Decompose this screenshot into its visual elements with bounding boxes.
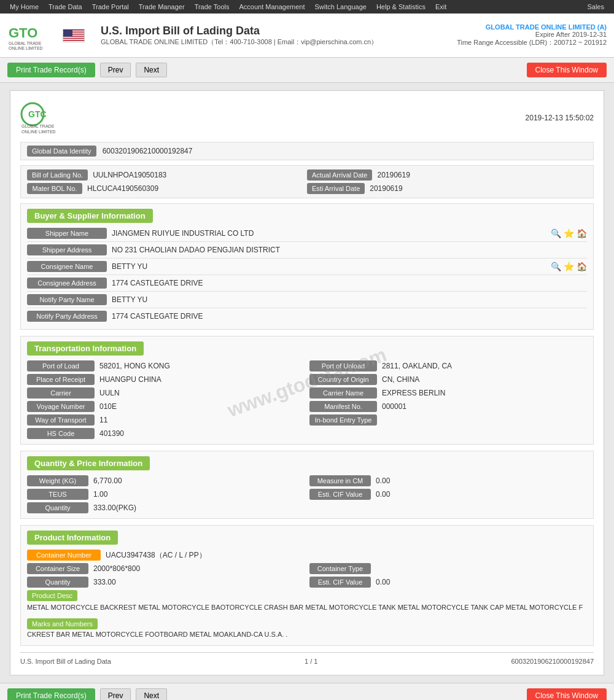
- weight-value: 6,770.00: [93, 476, 122, 485]
- shipper-star-icon[interactable]: ⭐: [564, 228, 574, 238]
- master-bol-value: HLCUCA4190560309: [87, 184, 158, 193]
- header-bar: GTO GLOBAL TRADE ONLINE LIMITED U.S. Imp…: [0, 14, 614, 58]
- shipper-search-icon[interactable]: 🔍: [551, 228, 561, 238]
- bol-no-label: Bill of Lading No.: [27, 169, 88, 181]
- country-origin-value: CN, CHINA: [382, 375, 419, 384]
- master-bol-right: Esti Arrival Date 20190619: [307, 183, 587, 194]
- inbond-row: In-bond Entry Type: [309, 414, 587, 426]
- actual-arrival-value: 20190619: [377, 171, 410, 179]
- nav-help-statistics[interactable]: Help & Statistics: [371, 0, 430, 14]
- nav-sales[interactable]: Sales: [582, 0, 609, 14]
- quantity-label: Quantity: [27, 502, 88, 513]
- next-button-bottom[interactable]: Next: [136, 688, 167, 700]
- svg-rect-8: [63, 39, 85, 40]
- consignee-search-icon[interactable]: 🔍: [551, 262, 561, 271]
- container-number-value: UACU3947438（AC / L / PP）: [106, 550, 206, 561]
- identity-row: Global Data Identity 6003201906210000192…: [20, 142, 594, 160]
- product-qty-row: Quantity 333.00: [27, 577, 305, 588]
- nav-my-home[interactable]: My Home: [5, 0, 44, 14]
- carrier-row: Carrier UULN: [27, 387, 305, 399]
- port-unload-label: Port of Unload: [309, 360, 377, 371]
- close-button-bottom[interactable]: Close This Window: [527, 688, 607, 700]
- footer-page: 1 / 1: [305, 658, 317, 665]
- next-button-top[interactable]: Next: [136, 63, 167, 77]
- way-transport-value: 11: [99, 416, 107, 424]
- nav-trade-data[interactable]: Trade Data: [44, 0, 87, 14]
- quantity-section: Quantity & Price Information Weight (KG)…: [20, 451, 594, 519]
- container-number-row: Container Number UACU3947438（AC / L / PP…: [27, 550, 587, 561]
- print-button-bottom[interactable]: Print Trade Record(s): [7, 688, 95, 700]
- prev-button-bottom[interactable]: Prev: [100, 688, 131, 700]
- manifest-row: Manifest No. 000001: [309, 401, 587, 412]
- logo-svg: GTO GLOBAL TRADE ONLINE LIMITED: [7, 20, 56, 51]
- expire-date: Expire After 2019-12-31: [457, 31, 607, 38]
- consignee-address-value: 1774 CASTLEGATE DRIVE: [112, 279, 587, 287]
- carrier-value: UULN: [99, 389, 120, 397]
- way-transport-row: Way of Transport 11: [27, 414, 305, 426]
- esti-arrival-value: 20190619: [370, 184, 402, 193]
- manifest-label: Manifest No.: [309, 401, 377, 412]
- consignee-star-icon[interactable]: ⭐: [564, 262, 574, 271]
- product-desc-label: Product Desc: [27, 590, 77, 601]
- container-size-label: Container Size: [27, 563, 88, 574]
- product-desc-value: METAL MOTORCYCLE BACKREST METAL MOTORCYC…: [27, 600, 587, 616]
- weight-label: Weight (KG): [27, 475, 88, 486]
- quantity-header: Quantity & Price Information: [27, 456, 150, 470]
- hs-code-empty: [309, 428, 587, 439]
- ldr-range: Time Range Accessible (LDR)：200712 ~ 201…: [457, 38, 607, 47]
- flag-us: [63, 29, 85, 42]
- prev-button-top[interactable]: Prev: [100, 63, 131, 77]
- nav-exit[interactable]: Exit: [430, 0, 451, 14]
- notify-name-row: Notify Party Name BETTY YU: [27, 294, 587, 308]
- svg-text:GLOBAL TRADE: GLOBAL TRADE: [9, 41, 42, 45]
- nav-trade-manager[interactable]: Trade Manager: [134, 0, 190, 14]
- hs-code-value: 401390: [99, 429, 124, 438]
- bol-no-value: UULNHPOA19050183: [93, 171, 166, 179]
- nav-trade-portal[interactable]: Trade Portal: [87, 0, 134, 14]
- shipper-home-icon[interactable]: 🏠: [577, 228, 587, 238]
- title-area: U.S. Import Bill of Lading Data GLOBAL T…: [101, 25, 378, 47]
- footer-id: 6003201906210000192847: [511, 658, 594, 665]
- weight-row: Weight (KG) 6,770.00: [27, 475, 305, 486]
- account-company: GLOBAL TRADE ONLINE LIMITED (A): [457, 23, 607, 31]
- bol-rows: Bill of Lading No. UULNHPOA19050183 Actu…: [20, 165, 594, 198]
- container-size-row: Container Size 2000*806*800: [27, 563, 305, 574]
- account-info: GLOBAL TRADE ONLINE LIMITED (A) Expire A…: [457, 23, 607, 47]
- logo-area: GTO GLOBAL TRADE ONLINE LIMITED U.S. Imp…: [7, 20, 378, 51]
- shipper-icons: 🔍 ⭐ 🏠: [551, 228, 587, 238]
- hs-code-row: HS Code 401390: [27, 428, 305, 439]
- consignee-name-row: Consignee Name BETTY YU 🔍 ⭐ 🏠: [27, 261, 587, 275]
- print-button-top[interactable]: Print Trade Record(s): [7, 63, 95, 77]
- actual-arrival-label: Actual Arrival Date: [307, 169, 372, 181]
- close-button-top[interactable]: Close This Window: [527, 63, 607, 77]
- product-qty-value: 333.00: [93, 578, 116, 586]
- logo-box: GTO GLOBAL TRADE ONLINE LIMITED: [7, 20, 56, 51]
- carrier-name-value: EXPRESS BERLIN: [382, 389, 445, 397]
- nav-trade-tools[interactable]: Trade Tools: [190, 0, 235, 14]
- carrier-label: Carrier: [27, 387, 95, 399]
- bottom-toolbar: Print Trade Record(s) Prev Next Close Th…: [0, 683, 614, 700]
- esti-cif-row: Esti. CIF Value 0.00: [309, 489, 587, 500]
- container-size-value: 2000*806*800: [93, 564, 140, 573]
- consignee-home-icon[interactable]: 🏠: [577, 262, 587, 271]
- nav-account-management[interactable]: Account Management: [235, 0, 310, 14]
- shipper-address-row: Shipper Address NO 231 CHAOLIAN DADAO PE…: [27, 244, 587, 259]
- qty-grid: Weight (KG) 6,770.00 Measure in CM 0.00 …: [27, 475, 587, 513]
- way-transport-label: Way of Transport: [27, 414, 95, 426]
- product-esti-cif-value: 0.00: [376, 578, 390, 586]
- nav-switch-language[interactable]: Switch Language: [310, 0, 371, 14]
- svg-text:GTC: GTC: [28, 109, 47, 119]
- voyage-label: Voyage Number: [27, 401, 95, 412]
- consignee-name-value: BETTY YU: [112, 262, 546, 271]
- shipper-address-value: NO 231 CHAOLIAN DADAO PENGJIAN DISTRICT: [112, 246, 587, 254]
- quantity-row: Quantity 333.00(PKG): [27, 502, 305, 513]
- shipper-name-value: JIANGMEN RUIYUE INDUSTRIAL CO LTD: [112, 229, 546, 238]
- main-content: www.gtodata.com GTC GLOBAL TRADE ONLINE …: [0, 83, 614, 683]
- inbond-label: In-bond Entry Type: [309, 414, 377, 426]
- country-origin-label: Country of Origin: [309, 374, 377, 385]
- teus-label: TEUS: [27, 489, 88, 500]
- port-unload-value: 2811, OAKLAND, CA: [382, 362, 452, 370]
- consignee-name-label: Consignee Name: [27, 261, 107, 272]
- consignee-icons: 🔍 ⭐ 🏠: [551, 262, 587, 271]
- port-load-row: Port of Load 58201, HONG KONG: [27, 360, 305, 371]
